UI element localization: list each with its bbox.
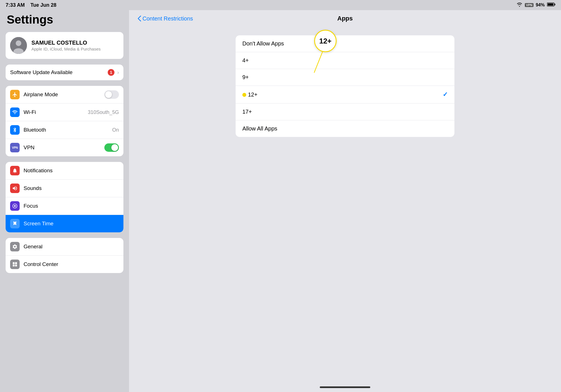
callout-bubble: 12+	[314, 30, 337, 52]
battery-percentage: 94%	[536, 3, 545, 8]
main-layout: Settings SAMUEL COSTELLO Apple ID, iClou…	[0, 10, 561, 392]
option-9plus[interactable]: 9+	[236, 69, 454, 86]
svg-rect-10	[15, 265, 17, 267]
general-label: General	[24, 244, 119, 250]
focus-row[interactable]: Focus	[6, 197, 123, 215]
option-dont-allow[interactable]: Don't Allow Apps	[236, 35, 454, 52]
svg-rect-2	[548, 3, 553, 6]
notifications-label: Notifications	[24, 168, 119, 174]
battery-icon	[547, 2, 555, 8]
airplane-mode-row[interactable]: Airplane Mode	[6, 86, 123, 104]
right-panel: Content Restrictions Apps 12+	[129, 10, 561, 392]
control-center-label: Control Center	[24, 261, 119, 267]
callout-container: 12+	[314, 30, 337, 52]
option-9plus-label: 9+	[242, 74, 249, 81]
wifi-label: Wi-Fi	[24, 109, 84, 115]
nav-back-label: Content Restrictions	[142, 15, 193, 22]
bluetooth-icon	[10, 125, 20, 135]
vpn-row[interactable]: VPN VPN	[6, 139, 123, 156]
bluetooth-row[interactable]: Bluetooth On	[6, 121, 123, 139]
nav-bar: Content Restrictions Apps	[129, 10, 561, 27]
nav-back-button[interactable]: Content Restrictions	[137, 15, 193, 22]
control-center-icon	[10, 260, 20, 269]
option-4plus-label: 4+	[242, 57, 249, 64]
home-bar	[320, 386, 370, 388]
wifi-status-icon	[516, 2, 523, 8]
option-17plus-label: 17+	[242, 109, 252, 115]
status-date: Tue Jun 28	[30, 2, 56, 8]
update-label: Software Update Available	[10, 69, 73, 75]
general-icon	[10, 242, 20, 251]
svg-rect-7	[13, 262, 15, 264]
svg-point-4	[16, 40, 21, 46]
status-time-date: 7:33 AM Tue Jun 28	[6, 2, 56, 8]
software-update-card[interactable]: Software Update Available 1 ›	[6, 65, 123, 80]
wifi-value: 310South_5G	[88, 109, 119, 115]
option-allow-all-label: Allow All Apps	[242, 125, 277, 132]
sounds-icon	[10, 184, 20, 193]
status-icons: VPN 94%	[516, 2, 555, 8]
update-right: 1 ›	[108, 69, 119, 76]
update-badge: 1	[108, 69, 114, 76]
airplane-mode-toggle[interactable]	[104, 90, 119, 99]
bluetooth-value: On	[112, 127, 119, 133]
update-chevron-icon: ›	[117, 70, 119, 75]
nav-title: Apps	[337, 15, 353, 22]
general-group: General Control Center	[6, 238, 123, 273]
callout-label: 12+	[319, 37, 332, 45]
screen-time-label: Screen Time	[24, 221, 119, 227]
option-dont-allow-label: Don't Allow Apps	[242, 40, 284, 47]
svg-rect-9	[13, 265, 15, 267]
screen-time-icon: ⧗	[10, 219, 20, 228]
svg-line-11	[314, 52, 323, 73]
status-bar: 7:33 AM Tue Jun 28 VPN 94%	[0, 0, 561, 10]
svg-text:⧗: ⧗	[14, 222, 16, 225]
svg-rect-8	[15, 262, 17, 264]
option-12plus-checkmark: ✓	[443, 91, 448, 98]
focus-icon	[10, 201, 20, 211]
vpn-label: VPN	[24, 145, 100, 151]
vpn-status-badge: VPN	[525, 3, 534, 7]
callout-line	[311, 52, 345, 74]
svg-rect-1	[555, 4, 555, 5]
profile-info: SAMUEL COSTELLO Apple ID, iCloud, Media …	[31, 40, 101, 51]
option-allow-all[interactable]: Allow All Apps	[236, 120, 454, 137]
screen-time-row[interactable]: ⧗ Screen Time	[6, 215, 123, 232]
option-4plus[interactable]: 4+	[236, 52, 454, 69]
focus-label: Focus	[24, 203, 119, 209]
profile-name: SAMUEL COSTELLO	[31, 40, 101, 46]
general-row[interactable]: General	[6, 238, 123, 256]
sidebar-title: Settings	[6, 13, 123, 26]
status-time: 7:33 AM	[6, 2, 25, 8]
profile-subtitle: Apple ID, iCloud, Media & Purchases	[31, 47, 101, 51]
avatar	[10, 37, 27, 54]
notifications-group: Notifications Sounds Focus	[6, 162, 123, 232]
wifi-settings-icon	[10, 107, 20, 117]
options-group: Don't Allow Apps 4+ 9+ 12+	[236, 35, 454, 137]
connectivity-group: Airplane Mode Wi-Fi 310South_5G	[6, 86, 123, 156]
vpn-icon: VPN	[10, 143, 20, 152]
option-12plus[interactable]: 12+ ✓	[236, 86, 454, 104]
profile-card[interactable]: SAMUEL COSTELLO Apple ID, iCloud, Media …	[6, 32, 123, 59]
content-area: 12+ Don't Allow Apps 4+	[129, 27, 561, 384]
update-row[interactable]: Software Update Available 1 ›	[6, 65, 123, 80]
airplane-mode-icon	[10, 90, 20, 99]
sounds-label: Sounds	[24, 185, 119, 191]
airplane-mode-label: Airplane Mode	[24, 91, 100, 98]
notifications-row[interactable]: Notifications	[6, 162, 123, 180]
option-12plus-label: 12+	[242, 91, 257, 98]
home-indicator	[129, 384, 561, 392]
wifi-row[interactable]: Wi-Fi 310South_5G	[6, 104, 123, 121]
sounds-row[interactable]: Sounds	[6, 180, 123, 197]
option-17plus[interactable]: 17+	[236, 104, 454, 120]
yellow-dot-indicator	[242, 93, 246, 97]
sidebar: Settings SAMUEL COSTELLO Apple ID, iClou…	[0, 10, 129, 392]
bluetooth-label: Bluetooth	[24, 127, 108, 133]
options-with-callout: 12+ Don't Allow Apps 4+	[236, 35, 454, 137]
notifications-icon	[10, 166, 20, 175]
control-center-row[interactable]: Control Center	[6, 256, 123, 273]
vpn-toggle[interactable]	[104, 143, 119, 152]
screen-time-row-wrap[interactable]: ⧗ Screen Time	[6, 215, 123, 232]
